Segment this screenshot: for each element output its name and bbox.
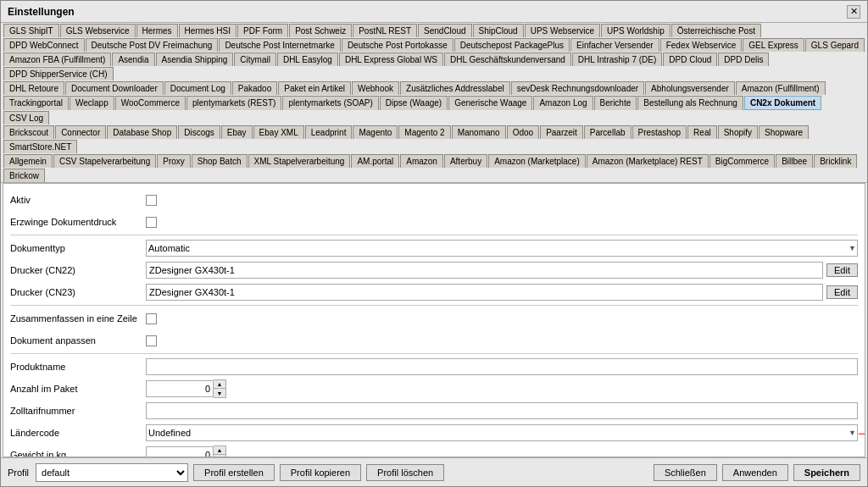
tab-afterbuy[interactable]: Afterbuy (444, 154, 487, 168)
tab-dpost-portokasse[interactable]: Deutsche Post Portokasse (342, 38, 453, 52)
tab-dpost-internetmarke[interactable]: Deutsche Post Internetmarke (219, 38, 341, 52)
tab-csv-stapelverarbeitung[interactable]: CSV Stapelverarbeitung (53, 154, 156, 168)
tab-shop-batch[interactable]: Shop Batch (192, 154, 248, 168)
tab-weclapp[interactable]: Weclapp (70, 96, 114, 110)
tab-prestashop[interactable]: Prestashop (632, 125, 687, 139)
tab-amazon-marketplace-rest[interactable]: Amazon (Marketplace) REST (587, 154, 709, 168)
zolltarifnummer-input[interactable] (146, 402, 858, 419)
tab-bestellung-als-rechnung[interactable]: Bestellung als Rechnung (637, 96, 743, 110)
tab-bigcommerce[interactable]: BigCommerce (709, 154, 775, 168)
tab-asendia[interactable]: Asendia (112, 53, 154, 66)
tab-abholungsversender[interactable]: Abholungsversender (645, 81, 735, 95)
tab-sendcloud[interactable]: SendCloud (418, 24, 471, 37)
tab-citymail[interactable]: Citymail (234, 53, 276, 66)
tab-oesterreichische-post[interactable]: Österreichische Post (671, 24, 761, 37)
drucker-cn23-edit-button[interactable]: Edit (826, 285, 858, 299)
tab-odoo[interactable]: Odoo (507, 125, 539, 139)
tab-amazon-log[interactable]: Amazon Log (533, 96, 593, 110)
tab-gls-gepard[interactable]: GLS Gepard (805, 38, 865, 52)
tab-magento[interactable]: Magento (353, 125, 398, 139)
tab-webhook[interactable]: Webhook (352, 81, 399, 95)
tab-dpd-delis[interactable]: DPD Delis (718, 53, 769, 66)
tab-dhl-geschaeft[interactable]: DHL Geschäftskundenversand (444, 53, 571, 66)
gewicht-spin-up[interactable]: ▲ (214, 446, 225, 455)
tab-pdf-form[interactable]: PDF Form (237, 24, 288, 37)
tab-billbee[interactable]: Billbee (776, 154, 813, 168)
tab-postnl-rest[interactable]: PostNL REST (353, 24, 417, 37)
zusammenfassen-checkbox[interactable] (146, 313, 157, 324)
anzahl-spin-down[interactable]: ▼ (214, 389, 225, 397)
tab-dpd-shipper[interactable]: DPD ShipperService (CH) (3, 67, 114, 80)
tab-proxy[interactable]: Proxy (157, 154, 191, 168)
tab-cn2x-dokument[interactable]: CN2x Dokument (744, 96, 821, 110)
tab-dpd-webconnect[interactable]: DPD WebConnect (3, 38, 85, 52)
tab-allgemein[interactable]: Allgemein (3, 154, 53, 168)
tab-dhl-express-global[interactable]: DHL Express Global WS (339, 53, 443, 66)
tab-parcellab[interactable]: Parcellab (584, 125, 632, 139)
tab-shipcloud[interactable]: ShipCloud (473, 24, 524, 37)
tab-leadprint[interactable]: Leadprint (305, 125, 353, 139)
tab-trackingportal[interactable]: Trackingportal (3, 96, 69, 110)
tab-manomano[interactable]: Manomano (452, 125, 506, 139)
tab-plentymarkets-rest[interactable]: plentymarkets (REST) (186, 96, 281, 110)
tab-plentymarkets-soap[interactable]: plentymarkets (SOAP) (282, 96, 378, 110)
tab-shopify[interactable]: Shopify (718, 125, 758, 139)
tab-amazon-fba[interactable]: Amazon FBA (Fulfillment) (3, 53, 111, 66)
tab-brickscout[interactable]: Brickscout (3, 125, 54, 139)
tab-ups-worldship[interactable]: UPS Worldship (601, 24, 670, 37)
tab-document-downloader[interactable]: Document Downloader (65, 81, 164, 95)
tab-hermes-hsi[interactable]: Hermes HSI (179, 24, 236, 37)
tab-pakadoo[interactable]: Pakadoo (232, 81, 277, 95)
profil-select[interactable]: default (36, 463, 188, 482)
tab-ebay-xml[interactable]: Ebay XML (253, 125, 304, 139)
tab-xml-stapelverarbeitung[interactable]: XML Stapelverarbeitung (248, 154, 351, 168)
tab-ups-webservice[interactable]: UPS Webservice (525, 24, 600, 37)
tab-csv-log[interactable]: CSV Log (3, 111, 49, 125)
tab-berichte[interactable]: Berichte (594, 96, 637, 110)
gewicht-input[interactable] (146, 446, 214, 457)
tab-smartstore[interactable]: SmartStore.NET (3, 140, 77, 153)
tab-connector[interactable]: Connector (55, 125, 106, 139)
tab-amazon-marketplace[interactable]: Amazon (Marketplace) (488, 154, 586, 168)
tab-post-schweiz[interactable]: Post Schweiz (289, 24, 352, 37)
tab-am-portal[interactable]: AM.portal (351, 154, 399, 168)
speichern-button[interactable]: Speichern (793, 464, 860, 481)
tab-paket-ein-artikel[interactable]: Paket ein Artikel (278, 81, 351, 95)
anzahl-spin-up[interactable]: ▲ (214, 380, 225, 389)
tab-dhl-easylog[interactable]: DHL Easylog (277, 53, 338, 66)
tab-generische-waage[interactable]: Generische Waage (448, 96, 532, 110)
profil-erstellen-button[interactable]: Profil erstellen (193, 464, 275, 481)
tab-shopware[interactable]: Shopware (759, 125, 809, 139)
profil-kopieren-button[interactable]: Profil kopieren (280, 464, 361, 481)
tab-gls-webservice[interactable]: GLS Webservice (60, 24, 136, 37)
tab-discogs[interactable]: Discogs (178, 125, 220, 139)
dokument-anpassen-checkbox[interactable] (146, 335, 157, 346)
tab-paarzeit[interactable]: Paarzeit (540, 125, 583, 139)
erzwinge-checkbox[interactable] (146, 217, 157, 228)
tab-amazon[interactable]: Amazon (400, 154, 443, 168)
tab-asendia-shipping[interactable]: Asendia Shipping (156, 53, 234, 66)
tab-amazon-fulfillment[interactable]: Amazon (Fulfillment) (736, 81, 826, 95)
anzahl-input[interactable] (146, 380, 214, 397)
produktname-input[interactable] (146, 358, 858, 375)
tab-gls-shipit[interactable]: GLS ShipIT (3, 24, 59, 37)
tab-zusaetzliches-addresslabel[interactable]: Zusätzliches Addresslabel (400, 81, 510, 95)
tab-sevdesk[interactable]: sevDesk Rechnungsdownloader (511, 81, 644, 95)
laendercode-select[interactable]: Undefined (146, 424, 858, 441)
schliessen-button[interactable]: Schließen (654, 464, 717, 481)
tab-gel-express[interactable]: GEL Express (743, 38, 804, 52)
tab-dipse-waage[interactable]: Dipse (Waage) (380, 96, 448, 110)
tab-database-shop[interactable]: Database Shop (107, 125, 177, 139)
tab-dhl-intraship[interactable]: DHL Intraship 7 (DE) (572, 53, 662, 66)
tab-brickow[interactable]: Brickow (3, 169, 45, 182)
tab-dpd-cloud[interactable]: DPD Cloud (663, 53, 717, 66)
tab-real[interactable]: Real (687, 125, 717, 139)
dokumenttyp-select[interactable]: Automatic (146, 240, 858, 257)
aktiv-checkbox[interactable] (146, 195, 157, 206)
profil-loeschen-button[interactable]: Profil löschen (366, 464, 444, 481)
drucker-cn23-input[interactable] (146, 284, 823, 301)
tab-deutschepost-packageplus[interactable]: Deutschepost PackagePlus (454, 38, 570, 52)
tab-document-log[interactable]: Document Log (164, 81, 231, 95)
tab-fedex-webservice[interactable]: Fedex Webservice (660, 38, 743, 52)
tab-einfacher-versender[interactable]: Einfacher Versender (570, 38, 659, 52)
